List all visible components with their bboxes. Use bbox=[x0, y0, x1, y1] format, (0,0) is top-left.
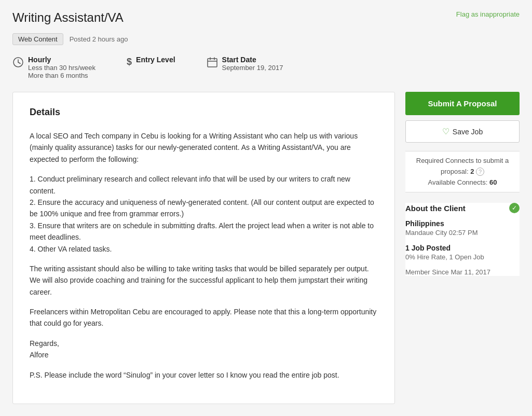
connects-number: 2 bbox=[470, 168, 474, 175]
client-city: Mandaue City 02:57 PM bbox=[405, 229, 520, 237]
client-member-since: Member Since Mar 11, 2017 bbox=[405, 268, 520, 276]
svg-rect-3 bbox=[208, 59, 217, 67]
about-client-header: About the Client ✓ bbox=[405, 203, 520, 213]
sidebar: Submit A Proposal ♡ Save Job Required Co… bbox=[405, 92, 520, 276]
desc-para-3: The writing assistant should also be wil… bbox=[30, 263, 378, 298]
rate-label: Entry Level bbox=[136, 56, 175, 64]
verified-icon: ✓ bbox=[509, 203, 520, 213]
hourly-block: Hourly Less than 30 hrs/week More than 6… bbox=[12, 56, 96, 79]
hourly-label: Hourly bbox=[28, 56, 96, 64]
hourly-sub1: Less than 30 hrs/week bbox=[28, 64, 96, 72]
clock-icon bbox=[12, 57, 24, 71]
start-label: Start Date bbox=[222, 56, 283, 64]
desc-para-1: A local SEO and Tech company in Cebu is … bbox=[30, 130, 378, 165]
rate-block: $ Entry Level bbox=[127, 56, 175, 67]
about-client-section: About the Client ✓ Philippines Mandaue C… bbox=[405, 203, 520, 276]
desc-para-5: Regards, Alfore bbox=[30, 338, 378, 361]
job-tag: Web Content bbox=[12, 33, 63, 45]
svg-line-2 bbox=[18, 62, 20, 64]
posted-time: Posted 2 hours ago bbox=[70, 35, 128, 43]
desc-para-2: 1. Conduct preliminary research and coll… bbox=[30, 173, 378, 255]
connects-box: Required Connects to submit a proposal: … bbox=[405, 151, 520, 192]
help-icon[interactable]: ? bbox=[476, 168, 484, 176]
client-jobs-sub: 0% Hire Rate, 1 Open Job bbox=[405, 253, 520, 261]
dollar-icon: $ bbox=[127, 57, 132, 67]
desc-para-6: P.S. Please include the word “Sinulog” i… bbox=[30, 369, 378, 381]
hourly-sub2: More than 6 months bbox=[28, 72, 96, 79]
job-details-card: Details A local SEO and Tech company in … bbox=[12, 92, 395, 404]
save-job-label: Save Job bbox=[453, 128, 483, 136]
client-jobs-label: 1 Job Posted bbox=[405, 244, 520, 252]
submit-proposal-button[interactable]: Submit A Proposal bbox=[405, 92, 520, 115]
about-client-title: About the Client bbox=[405, 204, 466, 213]
job-description: A local SEO and Tech company in Cebu is … bbox=[30, 130, 378, 381]
start-date: September 19, 2017 bbox=[222, 64, 283, 72]
available-number: 60 bbox=[489, 178, 497, 186]
desc-para-4: Freelancers within Metropolitan Cebu are… bbox=[30, 306, 378, 329]
heart-icon: ♡ bbox=[442, 127, 449, 136]
start-block: Start Date September 19, 2017 bbox=[207, 56, 283, 72]
save-job-button[interactable]: ♡ Save Job bbox=[405, 120, 520, 143]
details-heading: Details bbox=[30, 107, 378, 118]
job-title: Writing Assistant/VA bbox=[12, 10, 124, 25]
flag-link[interactable]: Flag as inappropriate bbox=[456, 10, 520, 18]
available-label: Available Connects: bbox=[428, 178, 488, 186]
connects-text: Required Connects to submit a proposal: bbox=[416, 157, 509, 175]
client-location: Philippines bbox=[405, 219, 520, 228]
calendar-icon bbox=[207, 57, 218, 71]
